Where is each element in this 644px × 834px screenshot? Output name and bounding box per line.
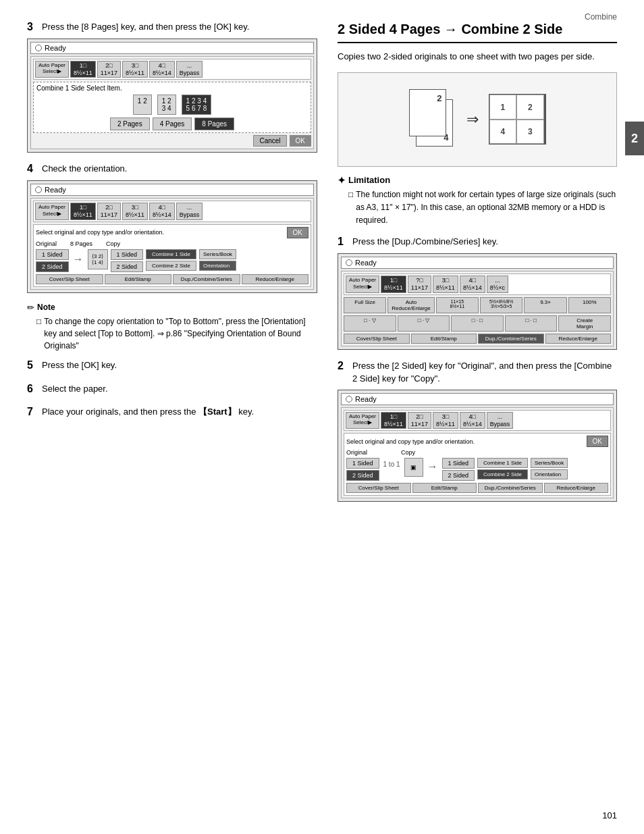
orientation-rs2[interactable]: Orientation (531, 469, 568, 479)
t-to-1-rs2: 1 to 1 (382, 458, 402, 471)
paper-2-rs2[interactable]: 2□11×17 (408, 412, 431, 429)
paper-4-s3[interactable]: 4□8½×14 (149, 61, 175, 78)
pages-label-s4: 8 Pages (70, 240, 92, 247)
step-5-block: 5 Press the [OK] key. (27, 359, 317, 373)
paper-row-s3: Auto PaperSelect▶ 1□8½×11 2□11×17 3□8½×1… (33, 59, 311, 80)
output-doc: 1 2 4 3 (489, 94, 546, 145)
arrow-icon-s4: → (72, 249, 85, 269)
step-6-block: 6 Select the paper. (27, 382, 317, 396)
cancel-btn-s3[interactable]: Cancel (253, 135, 286, 147)
paper-bypass-s4[interactable]: ...Bypass (176, 203, 203, 220)
output-cell-1: 1 (489, 95, 517, 120)
section-title: 2 Sided 4 Pages → Combine 2 Side (338, 20, 617, 43)
size2-rs1[interactable]: 5½×8½/8½3½×5/3×5 (480, 297, 522, 313)
combine-2side-s4[interactable]: Combine 2 Side (146, 261, 196, 271)
ok-btn-s3[interactable]: OK (290, 135, 311, 147)
paper-1-s3[interactable]: 1□8½×11 (70, 61, 96, 78)
size3-rs1[interactable]: 9.3× (524, 297, 566, 313)
paper-auto-s4[interactable]: Auto PaperSelect▶ (35, 203, 69, 220)
dup-combine-rs1[interactable]: Dup./Combine/Series (478, 334, 544, 344)
output-cell-2: 2 (516, 95, 544, 120)
orientation-s4[interactable]: Orientation (199, 261, 236, 271)
pct100-rs1[interactable]: 100% (568, 297, 611, 313)
paper-auto-rs2[interactable]: Auto PaperSelect▶ (346, 412, 379, 429)
step-6-text: Select the paper. (42, 382, 108, 396)
func3-rs1[interactable]: □ · □ (451, 315, 504, 332)
diagram-box: 3 4 2 ⇒ 1 2 4 3 (338, 72, 617, 167)
right-column: 2 Sided 4 Pages → Combine 2 Side Copies … (338, 20, 617, 511)
cover-slip-s4[interactable]: Cover/Slip Sheet (36, 274, 103, 284)
create-margin-rs1[interactable]: CreateMargin (558, 315, 611, 332)
orig-label-rs2: Original (346, 449, 367, 456)
input-doc-stack: 3 4 2 (409, 89, 456, 150)
paper-3-s4[interactable]: 3□8½×11 (122, 203, 148, 220)
cover-slip-rs2[interactable]: Cover/Slip Sheet (346, 483, 411, 493)
paper-auto-rs1[interactable]: Auto PaperSelect▶ (346, 276, 379, 293)
paper-4-rs1[interactable]: 4□8½×14 (460, 276, 485, 293)
preview-icon-rs2: ▣ (404, 458, 423, 477)
func2-rs1[interactable]: □ · ▽ (398, 315, 450, 332)
paper-bypass-rs1[interactable]: ...8½×c (487, 276, 508, 293)
btn-2pages[interactable]: 2 Pages (110, 118, 150, 130)
reduce-enlarge-s4[interactable]: Reduce/Enlarge (242, 274, 309, 284)
paper-bypass-rs2[interactable]: ...Bypass (487, 412, 514, 429)
paper-bypass-s3[interactable]: ...Bypass (176, 61, 203, 78)
reduce-enlarge-rs1[interactable]: Reduce/Enlarge (545, 334, 612, 344)
func1-rs1[interactable]: □ · ▽ (344, 315, 396, 332)
series-book-s4[interactable]: Series/Book (199, 249, 236, 259)
reduce-enlarge-rs2[interactable]: Reduce/Enlarge (544, 483, 609, 493)
paper-3-rs2[interactable]: 3□8½×11 (433, 412, 458, 429)
edit-stamp-rs2[interactable]: Edit/Stamp (412, 483, 477, 493)
step-7-block: 7 Place your originals, and then press t… (27, 405, 317, 419)
dup-combine-s4[interactable]: Dup./Combine/Series (173, 274, 240, 284)
copy-1sided-rs2[interactable]: 1 Sided (442, 458, 475, 469)
paper-4-s4[interactable]: 4□8½×14 (149, 203, 175, 220)
paper-1-rs2[interactable]: 1□8½×11 (381, 412, 406, 429)
paper-3-rs1[interactable]: 3□8½×11 (433, 276, 458, 293)
orig-2sided-s4[interactable]: 2 Sided (36, 261, 69, 272)
section-description: Copies two 2-sided originals to one shee… (338, 50, 617, 64)
combine-label-s3: Combine 1 Side Select Item. (36, 84, 308, 92)
paper-2-s3[interactable]: 2□11×17 (97, 61, 121, 78)
paper-1-s4[interactable]: 1□8½×11 (70, 203, 96, 220)
dup-combine-rs2[interactable]: Dup./Combine/Series (478, 483, 543, 493)
combine-1side-rs2[interactable]: Combine 1 Side (477, 458, 528, 468)
orig-1sided-s4[interactable]: 1 Sided (36, 249, 69, 260)
right-step-2-text: Press the [2 Sided] key for "Original", … (352, 359, 617, 386)
copy-1sided-s4[interactable]: 1 Sided (111, 249, 144, 260)
btn-8pages[interactable]: 8 Pages (194, 118, 234, 130)
diagram-inner: 3 4 2 ⇒ 1 2 4 3 (409, 89, 546, 150)
func-row-2-rs1: □ · ▽ □ · ▽ □ · □ □ · □ CreateMargin (344, 315, 611, 332)
size1-rs1[interactable]: 11×158½×11 (436, 297, 479, 313)
paper-4-rs2[interactable]: 4□8½×14 (460, 412, 485, 429)
copy-2sided-rs2[interactable]: 2 Sided (442, 470, 475, 481)
func4-rs1[interactable]: □ · □ (505, 315, 558, 332)
section-label: Combine (585, 12, 617, 22)
edit-stamp-rs1[interactable]: Edit/Stamp (411, 334, 477, 344)
paper-1-rs1[interactable]: 1□8½×11 (381, 276, 406, 293)
combine-1side-s4[interactable]: Combine 1 Side (146, 249, 196, 259)
arrow-rs2: → (426, 458, 439, 475)
limitation-bullet-icon: ✦ (338, 175, 346, 186)
limitation-block: ✦ Limitation The function might not work… (338, 175, 617, 228)
paper-auto-s3[interactable]: Auto PaperSelect▶ (35, 61, 69, 78)
paper-2-s4[interactable]: 2□11×17 (97, 203, 121, 220)
series-book-rs2[interactable]: Series/Book (531, 458, 568, 468)
orig-2sided-rs2[interactable]: 2 Sided (346, 470, 379, 481)
step-6-number: 6 (27, 382, 39, 396)
combine-2side-rs2[interactable]: Combine 2 Side (477, 469, 528, 479)
btn-4pages[interactable]: 4 Pages (153, 118, 192, 130)
auto-reduce-rs1[interactable]: Auto Reduce/Enlarge (387, 297, 434, 313)
ok-btn-s4[interactable]: OK (287, 227, 308, 238)
right-step-1-block: 1 Press the [Dup./Combine/Series] key. R… (338, 235, 617, 349)
full-size-rs1[interactable]: Full Size (344, 297, 386, 313)
orig-1sided-rs2[interactable]: 1 Sided (346, 458, 379, 469)
screen-title-rs2: Ready (355, 395, 377, 403)
paper-2-rs1[interactable]: ?□11×17 (408, 276, 431, 293)
ok-btn-rs2[interactable]: OK (587, 436, 608, 447)
copy-2sided-s4[interactable]: 2 Sided (111, 261, 144, 272)
cover-slip-rs1[interactable]: Cover/Slip Sheet (344, 334, 410, 344)
orient-screen-s4: Select original and copy type and/or ori… (33, 224, 311, 287)
edit-stamp-s4[interactable]: Edit/Stamp (105, 274, 172, 284)
paper-3-s3[interactable]: 3□8½×11 (122, 61, 148, 78)
